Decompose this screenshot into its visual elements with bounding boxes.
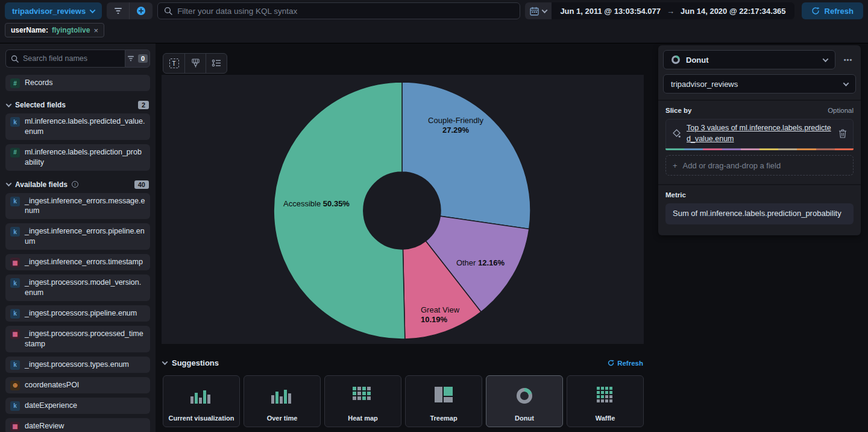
field-item[interactable]: ▦ _ingest.inference_errors.timestamp bbox=[5, 254, 150, 270]
field-item[interactable]: k _ingest.processors.pipeline.enum bbox=[5, 305, 150, 322]
records-field[interactable]: # Records bbox=[5, 75, 150, 91]
suggestion-current-visualization[interactable]: Current visualization bbox=[163, 375, 240, 427]
add-filter-button[interactable] bbox=[130, 2, 153, 19]
slice-label-great-view: Great View 10.19% bbox=[421, 305, 459, 325]
refresh-icon bbox=[608, 360, 614, 366]
plus-circle-icon bbox=[136, 6, 146, 16]
metric-label: Metric bbox=[665, 191, 686, 199]
funnel-icon bbox=[114, 7, 122, 14]
field-search-input-wrap[interactable] bbox=[5, 49, 125, 68]
field-item[interactable]: k _ingest.processors.model_version.enum bbox=[5, 275, 150, 301]
number-field-icon: # bbox=[10, 148, 20, 157]
funnel-icon bbox=[127, 56, 134, 62]
filter-pill-username[interactable]: userName: flyingtolive × bbox=[5, 23, 104, 37]
suggestions-refresh-link[interactable]: Refresh bbox=[608, 360, 643, 367]
chevron-down-icon[interactable] bbox=[162, 359, 168, 365]
close-icon[interactable]: × bbox=[93, 26, 98, 35]
field-item[interactable]: k _ingest.inference_errors.message.enum bbox=[5, 193, 150, 220]
field-name: _ingest.inference_errors.pipeline.enum bbox=[25, 226, 145, 247]
field-search-input[interactable] bbox=[23, 54, 120, 63]
field-item[interactable]: ▦ dateReview bbox=[5, 418, 150, 432]
refresh-icon bbox=[811, 7, 820, 15]
keyword-field-icon: k bbox=[10, 309, 20, 319]
field-name: _ingest.processors.pipeline.enum bbox=[25, 308, 137, 319]
add-field-label: Add or drag-and-drop a field bbox=[683, 161, 781, 170]
suggestion-over-time[interactable]: Over time bbox=[244, 375, 321, 427]
bar-chart-icon bbox=[190, 387, 213, 404]
suggestion-waffle[interactable]: Waffle bbox=[567, 375, 644, 427]
data-view-dropdown[interactable]: tripadvisor_reviews bbox=[663, 74, 856, 94]
index-pattern-selector[interactable]: tripadvisor_reviews bbox=[5, 2, 102, 19]
chevron-down-icon bbox=[6, 101, 12, 107]
dimension-link[interactable]: Top 3 values of ml.inference.labels.pred… bbox=[687, 123, 833, 144]
date-field-icon: ▦ bbox=[10, 258, 20, 267]
arrow-right-icon: → bbox=[667, 7, 675, 16]
selected-fields-header[interactable]: Selected fields 2 bbox=[5, 101, 150, 109]
suggestion-label: Waffle bbox=[596, 415, 615, 422]
keyword-field-icon: k bbox=[10, 197, 20, 206]
metric-dimension[interactable]: Sum of ml.inference.labels.prediction_pr… bbox=[665, 203, 854, 224]
kql-input[interactable] bbox=[177, 7, 514, 16]
index-pattern-label: tripadvisor_reviews bbox=[12, 7, 86, 16]
number-field-icon: # bbox=[10, 78, 20, 88]
filter-pill-value: flyingtolive bbox=[52, 26, 90, 34]
date-picker-quick-menu[interactable] bbox=[525, 2, 552, 19]
visual-options-button[interactable] bbox=[184, 54, 206, 73]
date-from: Jun 1, 2011 @ 13:03:54.077 bbox=[560, 7, 661, 16]
donut-slice-accessible[interactable] bbox=[274, 82, 405, 339]
slice-label-other: Other 12.16% bbox=[456, 258, 505, 268]
bar-chart-time-icon bbox=[271, 387, 294, 404]
field-name: ml.inference.labels.predicted_value.enum bbox=[25, 116, 145, 137]
field-item[interactable]: ▦ _ingest.processors.processed_timestamp bbox=[5, 326, 150, 352]
field-item[interactable]: k dateExperience bbox=[5, 398, 150, 414]
suggestion-donut[interactable]: Donut bbox=[486, 375, 563, 427]
suggestion-treemap[interactable]: Treemap bbox=[405, 375, 482, 427]
legend-settings-button[interactable] bbox=[206, 54, 227, 73]
suggestion-label: Treemap bbox=[430, 415, 457, 422]
keyword-field-icon: k bbox=[10, 401, 20, 411]
chevron-down-icon bbox=[6, 180, 12, 186]
suggestion-label: Over time bbox=[267, 415, 298, 422]
legend-icon bbox=[212, 59, 221, 68]
refresh-button[interactable]: Refresh bbox=[802, 2, 863, 19]
visualization-config-panel: Donut ••• tripadvisor_reviews Slice by O… bbox=[658, 45, 861, 235]
metric-section: Metric Sum of ml.inference.labels.predic… bbox=[658, 184, 861, 230]
date-range-display[interactable]: Jun 1, 2011 @ 13:03:54.077 → Jun 14, 202… bbox=[552, 2, 794, 19]
more-options-button[interactable]: ••• bbox=[840, 56, 856, 63]
selected-fields-title: Selected fields bbox=[15, 101, 66, 109]
donut-icon bbox=[671, 55, 681, 65]
search-icon bbox=[164, 7, 172, 15]
chevron-down-icon bbox=[823, 56, 829, 62]
donut-chart[interactable] bbox=[272, 81, 532, 340]
field-list-sidebar: 0 # Records Selected fields 2 k ml.infer… bbox=[0, 43, 156, 432]
field-name: dateReview bbox=[25, 421, 64, 431]
field-item[interactable]: # ml.inference.labels.prediction_probabi… bbox=[5, 144, 150, 171]
suggestion-heat-map[interactable]: Heat map bbox=[324, 375, 401, 427]
labels-settings-button[interactable]: T bbox=[163, 54, 184, 73]
filter-icon-button[interactable] bbox=[107, 2, 130, 19]
donut-chart-workspace[interactable]: Couple-Friendly 27.29% Accessible 50.35%… bbox=[162, 75, 644, 344]
slice-label-accessible: Accessible 50.35% bbox=[283, 199, 350, 209]
field-item[interactable]: k _ingest.inference_errors.pipeline.enum bbox=[5, 223, 150, 250]
trash-icon[interactable] bbox=[838, 129, 847, 138]
field-item[interactable]: k _ingest.processors.types.enum bbox=[5, 357, 150, 373]
field-name: _ingest.inference_errors.message.enum bbox=[25, 196, 145, 217]
field-item[interactable]: k ml.inference.labels.predicted_value.en… bbox=[5, 113, 150, 140]
selected-count-badge: 2 bbox=[138, 101, 149, 109]
field-filter-button[interactable]: 0 bbox=[125, 49, 150, 68]
field-item[interactable]: ⊕ coordenatesPOI bbox=[5, 377, 150, 393]
slice-by-dimension[interactable]: Top 3 values of ml.inference.labels.pred… bbox=[665, 119, 854, 148]
keyword-field-icon: k bbox=[10, 117, 20, 127]
suggestion-label: Donut bbox=[515, 415, 534, 422]
calendar-icon bbox=[530, 7, 539, 16]
metric-value: Sum of ml.inference.labels.prediction_pr… bbox=[673, 209, 841, 218]
available-fields-header[interactable]: Available fields i 40 bbox=[5, 180, 150, 189]
suggestions-header: Suggestions Refresh bbox=[163, 358, 643, 367]
chart-type-dropdown[interactable]: Donut bbox=[663, 50, 835, 69]
add-field-dropzone[interactable]: + Add or drag-and-drop a field bbox=[665, 155, 854, 176]
donut-slice-couple-friendly[interactable] bbox=[402, 82, 530, 229]
kql-search-bar[interactable] bbox=[157, 2, 520, 19]
donut-icon bbox=[515, 387, 533, 405]
filter-pill-field: userName: bbox=[11, 26, 48, 34]
optional-label: Optional bbox=[828, 107, 854, 114]
